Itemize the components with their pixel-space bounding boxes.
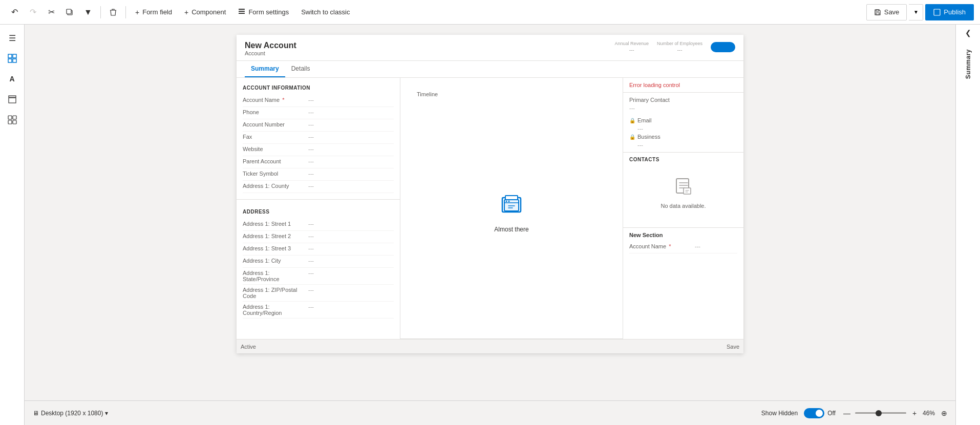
dropdown-icon: ▾ xyxy=(105,410,108,417)
svg-rect-2 xyxy=(239,9,245,10)
zoom-slider-thumb xyxy=(876,410,882,416)
monitor-icon: 🖥 xyxy=(33,410,39,417)
lock-icon-email: 🔒 xyxy=(629,118,635,123)
canvas-scroll[interactable]: New Account Account Annual Revenue --- N… xyxy=(25,25,955,400)
cut-button[interactable]: ✂ xyxy=(43,4,59,20)
email-row: 🔒 Email xyxy=(629,115,737,125)
timeline-almost-there: Almost there xyxy=(494,226,528,233)
zoom-fit-button[interactable]: ⊕ xyxy=(941,409,947,417)
field-zip: Address 1: ZIP/Postal Code --- xyxy=(243,285,394,302)
form-title: New Account xyxy=(245,41,296,50)
field-parent-account: Parent Account --- xyxy=(243,156,394,168)
svg-rect-16 xyxy=(8,120,12,124)
svg-rect-1 xyxy=(67,9,71,14)
business-row: 🔒 Business xyxy=(629,132,737,142)
tab-details[interactable]: Details xyxy=(285,61,316,77)
tab-summary[interactable]: Summary xyxy=(245,61,285,77)
field-country: Address 1: Country/Region --- xyxy=(243,302,394,318)
sidebar-components-icon[interactable] xyxy=(3,111,22,129)
bottom-right: Show Hidden Off — + 46% ⊕ xyxy=(761,408,947,418)
svg-rect-15 xyxy=(13,116,16,119)
toggle-off-label: Off xyxy=(827,410,836,417)
field-account-number: Account Number --- xyxy=(243,119,394,132)
primary-contact-section: Primary Contact --- 🔒 Email --- 🔒 Busine… xyxy=(623,93,743,153)
address-section: ADDRESS Address 1: Street 1 --- Address … xyxy=(237,202,400,323)
form-header: New Account Account Annual Revenue --- N… xyxy=(237,35,743,61)
svg-rect-6 xyxy=(876,10,879,11)
svg-rect-19 xyxy=(505,196,518,200)
right-panel-close-button[interactable]: ❮ xyxy=(965,29,971,37)
sidebar-layers-icon[interactable] xyxy=(3,90,22,109)
sidebar-hamburger-icon[interactable]: ☰ xyxy=(3,29,22,47)
form-left-column: ACCOUNT INFORMATION Account Name * --- P… xyxy=(237,78,400,339)
svg-rect-9 xyxy=(13,54,16,58)
switch-classic-button[interactable]: Switch to classic xyxy=(296,4,355,20)
error-loading-control[interactable]: Error loading control xyxy=(623,78,743,93)
desktop-selector[interactable]: 🖥 Desktop (1920 x 1080) ▾ xyxy=(33,410,108,417)
save-dropdown-button[interactable]: ▼ xyxy=(909,4,923,20)
zoom-percent: 46% xyxy=(923,410,935,417)
canvas-area: New Account Account Annual Revenue --- N… xyxy=(25,25,955,425)
show-hidden-label: Show Hidden xyxy=(761,410,798,417)
form-status-bar: Active Save xyxy=(237,339,743,353)
field-county: Address 1: County --- xyxy=(243,181,394,193)
toggle-container: Off xyxy=(804,408,836,418)
toolbar-right: Save ▼ Publish xyxy=(866,4,974,20)
field-website: Website --- xyxy=(243,144,394,156)
annual-revenue-field: Annual Revenue --- xyxy=(614,41,649,53)
right-panel-label: Summary xyxy=(965,49,972,79)
no-data-icon xyxy=(675,177,692,199)
dropdown-button[interactable]: ▼ xyxy=(80,4,96,20)
component-button[interactable]: + Component xyxy=(179,4,231,20)
field-street1: Address 1: Street 1 --- xyxy=(243,219,394,231)
status-toggle[interactable] xyxy=(711,42,735,52)
timeline-icon xyxy=(499,193,524,222)
svg-point-23 xyxy=(508,201,509,202)
section-divider xyxy=(237,199,400,200)
new-section-title: New Section xyxy=(629,232,737,238)
field-account-name: Account Name * --- xyxy=(243,95,394,107)
copy-button[interactable] xyxy=(61,4,78,20)
form-title-block: New Account Account xyxy=(245,41,296,56)
svg-rect-17 xyxy=(13,120,16,124)
undo-button[interactable]: ↶ xyxy=(6,4,23,20)
form-preview: New Account Account Annual Revenue --- N… xyxy=(237,35,743,353)
field-street3: Address 1: Street 3 --- xyxy=(243,243,394,256)
form-right-column: Error loading control Primary Contact --… xyxy=(623,78,743,339)
no-data-text: No data available. xyxy=(661,203,706,209)
field-phone: Phone --- xyxy=(243,107,394,119)
sidebar-text-icon[interactable]: A xyxy=(3,70,22,88)
zoom-out-button[interactable]: — xyxy=(842,409,852,417)
svg-rect-3 xyxy=(239,11,245,12)
zoom-in-button[interactable]: + xyxy=(909,409,920,417)
account-info-title: ACCOUNT INFORMATION xyxy=(243,82,394,93)
svg-rect-13 xyxy=(9,96,16,97)
field-fax: Fax --- xyxy=(243,132,394,144)
save-button[interactable]: Save xyxy=(866,4,907,20)
timeline-section: Timeline xyxy=(400,78,623,339)
account-info-section: ACCOUNT INFORMATION Account Name * --- P… xyxy=(237,78,400,197)
address-title: ADDRESS xyxy=(243,206,394,217)
field-state: Address 1: State/Province --- xyxy=(243,268,394,285)
form-settings-button[interactable]: Form settings xyxy=(233,4,294,20)
status-save: Save xyxy=(727,344,739,350)
svg-rect-4 xyxy=(239,13,245,14)
publish-button[interactable]: Publish xyxy=(925,4,974,20)
right-panel: ❮ Summary xyxy=(955,25,980,425)
timeline-icon-area: Almost there xyxy=(494,97,528,328)
business-value: --- xyxy=(637,142,737,148)
redo-button[interactable]: ↷ xyxy=(25,4,41,20)
form-body: ACCOUNT INFORMATION Account Name * --- P… xyxy=(237,78,743,339)
delete-button[interactable] xyxy=(105,4,121,20)
form-middle-column: Timeline xyxy=(400,78,623,339)
show-hidden-toggle[interactable] xyxy=(804,408,824,418)
form-field-button[interactable]: + Form field xyxy=(130,4,177,20)
sidebar-grid-icon[interactable] xyxy=(3,49,22,68)
zoom-slider[interactable] xyxy=(855,412,906,414)
field-street2: Address 1: Street 2 --- xyxy=(243,231,394,243)
svg-point-22 xyxy=(505,201,507,202)
primary-contact-title: Primary Contact xyxy=(629,97,737,103)
form-header-right: Annual Revenue --- Number of Employees -… xyxy=(614,41,735,53)
bottom-left: 🖥 Desktop (1920 x 1080) ▾ xyxy=(33,410,108,417)
field-city: Address 1: City --- xyxy=(243,256,394,268)
